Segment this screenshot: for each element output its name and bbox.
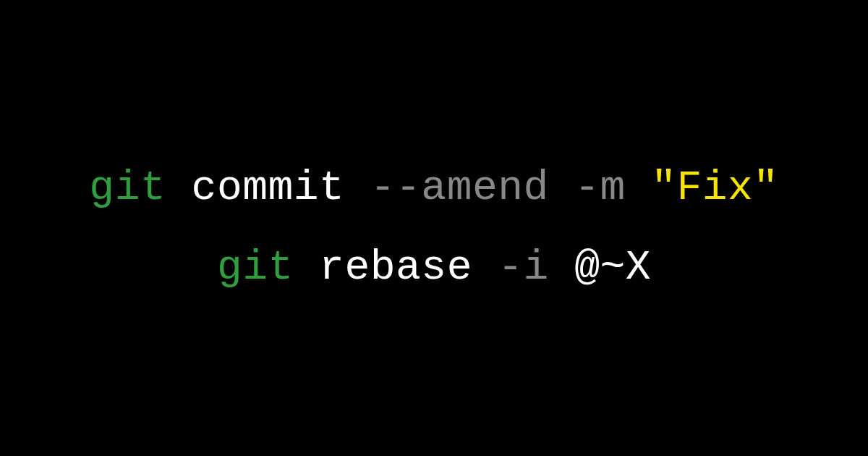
- git-command: git: [89, 164, 166, 211]
- rebase-subcommand: rebase: [319, 244, 472, 291]
- commit-reference: @~X: [574, 244, 651, 291]
- command-line-1: git commit --amend -m "Fix": [89, 148, 778, 228]
- interactive-flag: -i: [498, 244, 549, 291]
- git-command: git: [217, 244, 294, 291]
- amend-flag: --amend: [370, 164, 549, 211]
- command-line-2: git rebase -i @~X: [217, 228, 651, 308]
- message-flag: -m: [574, 164, 626, 211]
- commit-subcommand: commit: [192, 164, 345, 211]
- message-string: "Fix": [651, 164, 779, 211]
